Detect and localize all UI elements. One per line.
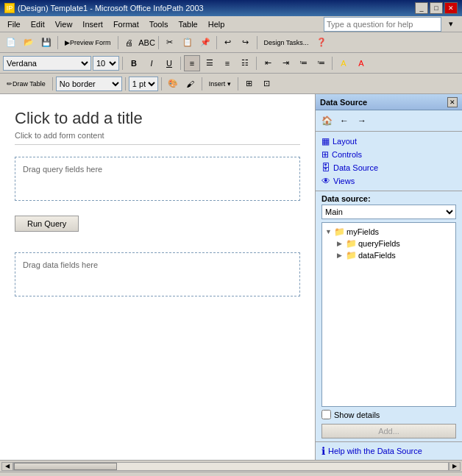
font-size-select[interactable]: 10 bbox=[93, 56, 119, 71]
toolbar-sep-4 bbox=[216, 36, 217, 49]
root-expand-icon[interactable]: ▼ bbox=[325, 228, 333, 235]
query-zone-label: Drag query fields here bbox=[23, 165, 102, 174]
restore-button[interactable]: □ bbox=[430, 2, 443, 14]
panel-nav-layout[interactable]: ▦ Layout bbox=[321, 135, 456, 148]
help-link[interactable]: ℹ Help with the Data Source bbox=[316, 441, 462, 460]
panel-home-button[interactable]: 🏠 bbox=[319, 113, 335, 129]
menu-edit[interactable]: Edit bbox=[26, 18, 49, 30]
panel-close-button[interactable]: ✕ bbox=[447, 97, 458, 107]
paste-button[interactable]: 📌 bbox=[197, 35, 213, 51]
new-button[interactable]: 📄 bbox=[3, 35, 19, 51]
datasource-label: Data source: bbox=[316, 191, 462, 205]
fill-color-button[interactable]: 🖌 bbox=[182, 76, 199, 92]
bold-button[interactable]: B bbox=[126, 55, 142, 71]
highlight-button[interactable]: A bbox=[335, 55, 352, 71]
tree-datafields[interactable]: ▶ 📁 dataFields bbox=[337, 249, 452, 261]
panel-nav-views[interactable]: 👁 Views bbox=[321, 174, 456, 188]
font-sep-3 bbox=[256, 57, 257, 70]
draw-table-button[interactable]: ✏ Draw Table bbox=[3, 76, 49, 92]
close-button[interactable]: ✕ bbox=[444, 2, 458, 14]
underline-button[interactable]: U bbox=[161, 55, 177, 71]
align-center-button[interactable]: ☰ bbox=[202, 55, 218, 71]
tree-root[interactable]: ▼ 📁 myFields bbox=[325, 226, 452, 238]
horizontal-scrollbar[interactable]: ◀ ▶ bbox=[0, 460, 462, 472]
help-search-input[interactable] bbox=[324, 17, 441, 32]
save-button[interactable]: 💾 bbox=[38, 35, 54, 51]
title-bar: IP (Design) Template1 - Microsoft Office… bbox=[0, 0, 462, 16]
data-source-panel: Data Source ✕ 🏠 ← → ▦ Layout ⊞ Controls … bbox=[315, 94, 462, 460]
menu-view[interactable]: View bbox=[51, 18, 77, 30]
tree-queryfields[interactable]: ▶ 📁 queryFields bbox=[337, 238, 452, 249]
scroll-thumb[interactable] bbox=[14, 463, 117, 470]
show-details-checkbox[interactable] bbox=[321, 410, 331, 419]
form-subtitle-placeholder[interactable]: Click to add form content bbox=[15, 131, 300, 145]
datafields-expand-icon[interactable]: ▶ bbox=[337, 252, 344, 259]
menu-table[interactable]: Table bbox=[174, 18, 202, 30]
copy-button[interactable]: 📋 bbox=[180, 35, 196, 51]
font-name-select[interactable]: Verdana bbox=[3, 56, 91, 71]
queryfields-expand-icon[interactable]: ▶ bbox=[337, 240, 344, 247]
table-layout-btn-1[interactable]: ⊞ bbox=[241, 76, 257, 92]
preview-form-button[interactable]: ▶ Preview Form bbox=[61, 35, 115, 51]
panel-nav-controls[interactable]: ⊞ Controls bbox=[321, 148, 456, 161]
border-style-select[interactable]: No border bbox=[56, 77, 122, 91]
panel-nav-datasource[interactable]: 🗄 Data Source bbox=[321, 161, 456, 174]
minimize-button[interactable]: _ bbox=[415, 2, 428, 14]
layout-icon: ▦ bbox=[321, 136, 330, 146]
align-left-button[interactable]: ≡ bbox=[184, 55, 200, 71]
datasource-select[interactable]: Main bbox=[321, 205, 456, 219]
insert-button[interactable]: Insert ▾ bbox=[205, 76, 235, 92]
scroll-track[interactable] bbox=[13, 462, 449, 471]
toolbar-sep-2 bbox=[118, 36, 118, 49]
decrease-indent-button[interactable]: ⇤ bbox=[260, 55, 276, 71]
menu-tools[interactable]: Tools bbox=[145, 18, 173, 30]
add-button[interactable]: Add... bbox=[321, 424, 456, 438]
font-sep-2 bbox=[180, 57, 181, 70]
nav-views-label: Views bbox=[333, 177, 355, 185]
controls-icon: ⊞ bbox=[321, 149, 329, 160]
open-button[interactable]: 📂 bbox=[21, 35, 37, 51]
panel-icon-bar: 🏠 ← → bbox=[316, 110, 462, 132]
window-title: (Design) Template1 - Microsoft Office In… bbox=[18, 4, 204, 13]
cut-button[interactable]: ✂ bbox=[162, 35, 178, 51]
border-color-button[interactable]: 🎨 bbox=[165, 76, 181, 92]
table-sep-4 bbox=[202, 77, 202, 90]
run-query-button[interactable]: Run Query bbox=[15, 216, 79, 232]
run-query-label: Run Query bbox=[27, 219, 66, 228]
menu-file[interactable]: File bbox=[3, 18, 25, 30]
bullets-button[interactable]: ≔ bbox=[295, 55, 311, 71]
data-drag-zone[interactable]: Drag data fields here bbox=[15, 252, 300, 296]
show-details-label: Show details bbox=[334, 411, 380, 419]
datafields-folder-icon: 📁 bbox=[346, 250, 357, 260]
align-right-button[interactable]: ≡ bbox=[219, 55, 235, 71]
table-toolbar: ✏ Draw Table No border 1 pt 🎨 🖌 Insert ▾… bbox=[0, 74, 462, 94]
undo-button[interactable]: ↩ bbox=[220, 35, 236, 51]
panel-forward-button[interactable]: → bbox=[354, 113, 370, 129]
increase-indent-button[interactable]: ⇥ bbox=[277, 55, 294, 71]
form-canvas[interactable]: Click to add a title Click to add form c… bbox=[0, 94, 315, 460]
help-button[interactable]: ❓ bbox=[313, 35, 330, 51]
form-title-placeholder[interactable]: Click to add a title bbox=[15, 109, 300, 128]
font-color-button[interactable]: A bbox=[353, 55, 369, 71]
query-drag-zone[interactable]: Drag query fields here bbox=[15, 157, 300, 201]
menu-insert[interactable]: Insert bbox=[78, 18, 107, 30]
spell-button[interactable]: ABC bbox=[139, 35, 155, 51]
tree-container: ▼ 📁 myFields ▶ 📁 queryFields ▶ 📁 dataFie… bbox=[321, 222, 456, 407]
justify-button[interactable]: ☷ bbox=[237, 55, 253, 71]
panel-back-button[interactable]: ← bbox=[336, 113, 352, 129]
menu-format[interactable]: Format bbox=[109, 18, 143, 30]
status-bar bbox=[0, 472, 462, 476]
scroll-right-button[interactable]: ▶ bbox=[449, 462, 461, 471]
border-size-select[interactable]: 1 pt bbox=[129, 77, 158, 91]
numbering-button[interactable]: ≔ bbox=[313, 55, 329, 71]
design-tasks-button[interactable]: Design Tasks... bbox=[260, 35, 313, 51]
table-layout-btn-2[interactable]: ⊡ bbox=[259, 76, 275, 92]
nav-controls-label: Controls bbox=[332, 150, 362, 159]
menu-help[interactable]: Help bbox=[204, 18, 230, 30]
help-search-button[interactable]: ▾ bbox=[443, 16, 459, 32]
redo-button[interactable]: ↪ bbox=[238, 35, 254, 51]
print-button[interactable]: 🖨 bbox=[121, 35, 138, 51]
window-controls: _ □ ✕ bbox=[415, 2, 458, 14]
italic-button[interactable]: I bbox=[143, 55, 160, 71]
scroll-left-button[interactable]: ◀ bbox=[1, 462, 13, 471]
